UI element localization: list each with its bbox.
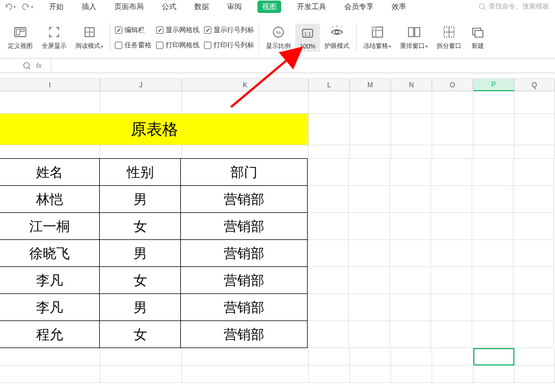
cell[interactable] [349,321,390,348]
data-cell[interactable]: 男 [99,185,181,213]
cell[interactable] [431,240,472,267]
cell[interactable] [308,213,349,240]
cell[interactable] [390,159,431,186]
new-win-button[interactable]: 新建 [466,23,486,52]
cell[interactable] [513,186,554,213]
data-cell[interactable]: 营销部 [180,239,308,267]
cell[interactable] [182,91,309,114]
tab-insert[interactable]: 插入 [79,1,99,13]
header-name[interactable]: 姓名 [0,158,100,186]
search-icon[interactable] [23,61,32,70]
cell[interactable] [0,91,100,114]
data-cell[interactable]: 女 [99,266,181,294]
cb-show-rowcol[interactable]: 显示行号列标 [204,25,254,35]
data-cell[interactable]: 营销部 [180,212,308,240]
cell[interactable] [472,213,513,240]
col-header-K[interactable]: K [182,79,309,91]
col-header-N[interactable]: N [391,79,432,91]
cell[interactable] [308,267,349,294]
tab-view[interactable]: 视图 [257,1,281,13]
cell[interactable] [349,240,390,267]
cell[interactable] [513,267,554,294]
split-win-button[interactable]: 拆分窗口 [432,23,466,52]
cell[interactable] [513,213,554,240]
grid[interactable]: 原表格 姓名 性别 部门 林恺男营销部江一桐女营销部徐晓飞男营销部李凡女营销部李… [0,91,555,383]
cell[interactable] [100,91,182,114]
data-cell[interactable]: 营销部 [180,266,308,294]
cell[interactable] [513,294,554,321]
cell[interactable] [390,321,431,348]
cb-task-pane[interactable]: 任务窗格 [115,41,152,50]
undo-button[interactable]: ▾ [4,2,16,11]
cell[interactable] [473,114,514,145]
tab-layout[interactable]: 页面布局 [112,1,146,13]
arrange-win-button[interactable]: 重排窗口▾ [396,23,432,52]
cell[interactable] [100,348,182,366]
cell[interactable] [473,145,514,159]
cell[interactable] [473,348,514,366]
cell[interactable] [350,91,391,114]
cell[interactable] [432,145,473,159]
data-cell[interactable]: 男 [99,293,181,321]
cell[interactable] [100,145,182,159]
data-cell[interactable]: 女 [99,320,181,348]
custom-view-button[interactable]: 定义视图 [3,23,37,52]
header-dept[interactable]: 部门 [180,158,308,186]
cb-print-rowcol[interactable]: 打印行号列标 [204,41,254,50]
cell[interactable] [0,348,100,366]
cell[interactable] [391,348,432,366]
cell[interactable] [182,366,309,383]
cell[interactable] [431,213,472,240]
cb-show-grid[interactable]: 显示网格线 [156,25,199,35]
cell[interactable] [472,159,513,186]
cell[interactable] [514,145,555,159]
cell[interactable] [309,91,350,114]
cell[interactable] [472,321,513,348]
cell[interactable] [0,366,100,383]
cell[interactable] [308,186,349,213]
cell[interactable] [432,91,473,114]
cell[interactable] [514,91,555,114]
cell[interactable] [349,186,390,213]
cell[interactable] [100,366,182,383]
tab-formula[interactable]: 公式 [159,1,179,13]
col-header-O[interactable]: O [432,79,473,91]
cell[interactable] [350,145,391,159]
cell[interactable] [391,145,432,159]
cell[interactable] [350,348,391,366]
cell[interactable] [514,366,555,383]
cell[interactable] [390,267,431,294]
cell[interactable] [309,366,350,383]
title-cell[interactable]: 原表格 [0,114,309,145]
cell[interactable] [513,321,554,348]
cell[interactable] [431,159,472,186]
cell[interactable] [349,294,390,321]
tab-review[interactable]: 审阅 [225,1,244,13]
cell[interactable] [432,348,473,366]
cell[interactable] [390,240,431,267]
tab-vip[interactable]: 会员专享 [342,1,376,13]
col-header-Q[interactable]: Q [514,79,555,91]
cell[interactable] [182,348,309,366]
cell[interactable] [432,366,473,383]
data-cell[interactable]: 李凡 [0,293,100,321]
data-cell[interactable]: 林恺 [0,185,100,213]
formula-input[interactable] [51,59,555,73]
cb-edit-bar[interactable]: 编辑栏 [115,25,152,35]
cell[interactable] [308,159,349,186]
cell[interactable] [431,186,472,213]
cell[interactable] [514,114,555,145]
cell[interactable] [472,294,513,321]
col-header-L[interactable]: L [309,79,350,91]
cell[interactable] [308,240,349,267]
cell[interactable] [391,114,432,145]
cell[interactable] [182,145,309,159]
col-header-I[interactable]: I [0,79,100,91]
cell[interactable] [391,366,432,383]
data-cell[interactable]: 徐晓飞 [0,239,100,267]
cell[interactable] [308,321,349,348]
cell[interactable] [472,267,513,294]
tab-dev[interactable]: 开发工具 [295,1,328,13]
cell[interactable] [472,186,513,213]
eye-protect-button[interactable]: 护眼模式 [320,23,354,52]
